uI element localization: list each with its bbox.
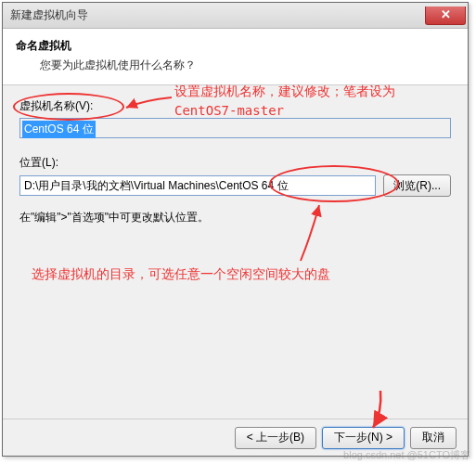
close-icon: ✕ — [441, 7, 451, 21]
back-button[interactable]: < 上一步(B) — [235, 427, 316, 449]
content-area: 虚拟机名称(V): CentOS 64 位 位置(L): 浏览(R)... 在"… — [3, 85, 468, 436]
vm-name-value: CentOS 64 位 — [22, 121, 96, 138]
header-title: 命名虚拟机 — [16, 38, 455, 54]
vm-name-label: 虚拟机名称(V): — [19, 98, 451, 114]
default-location-hint: 在"编辑">"首选项"中可更改默认位置。 — [19, 210, 451, 226]
header: 命名虚拟机 您要为此虚拟机使用什么名称？ — [3, 29, 468, 85]
vm-location-input[interactable] — [19, 175, 376, 196]
next-button[interactable]: 下一步(N) > — [322, 427, 405, 449]
vm-name-input[interactable]: CentOS 64 位 — [19, 118, 451, 138]
vm-location-field: 位置(L): 浏览(R)... — [19, 155, 451, 197]
cancel-button[interactable]: 取消 — [410, 427, 457, 449]
vm-location-label: 位置(L): — [19, 155, 451, 171]
browse-button[interactable]: 浏览(R)... — [383, 174, 451, 197]
vm-name-field: 虚拟机名称(V): CentOS 64 位 — [19, 98, 451, 138]
window-title: 新建虚拟机向导 — [10, 7, 88, 23]
watermark: blog.csdn.net @51CTO博客 — [343, 448, 470, 462]
wizard-window: 新建虚拟机向导 ✕ 命名虚拟机 您要为此虚拟机使用什么名称？ 虚拟机名称(V):… — [2, 2, 469, 457]
close-button[interactable]: ✕ — [425, 6, 466, 25]
header-subtitle: 您要为此虚拟机使用什么名称？ — [40, 58, 455, 73]
titlebar: 新建虚拟机向导 ✕ — [3, 3, 468, 29]
